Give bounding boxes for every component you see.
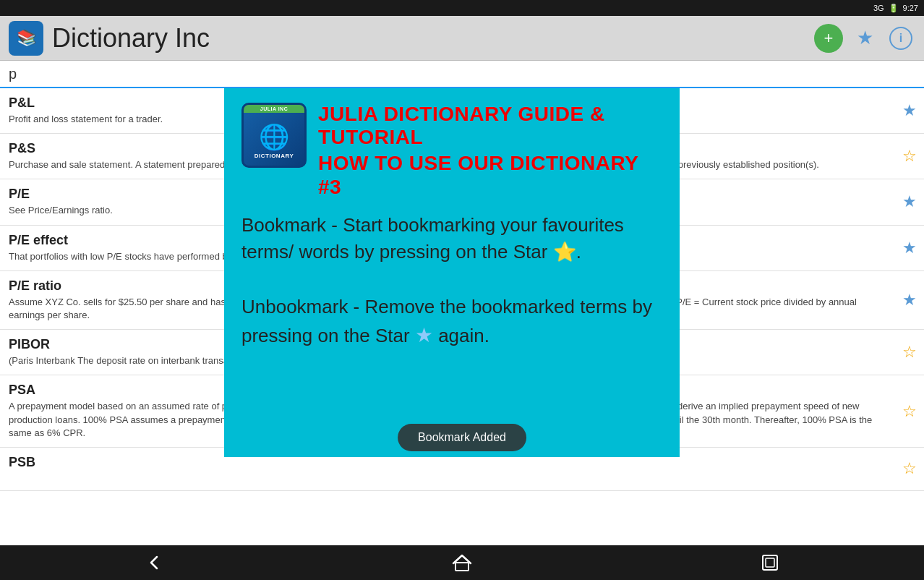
home-icon xyxy=(452,553,472,573)
tutorial-header: JULIA INC 🌐 DICTIONARY JULIA DICTIONARY … xyxy=(241,103,662,199)
app-icon-glyph: 📚 xyxy=(17,29,36,48)
tutorial-period: . xyxy=(576,241,581,263)
app-title: Dictionary Inc xyxy=(52,23,805,54)
bookmark-button[interactable]: ☆ xyxy=(902,343,917,362)
info-icon: i xyxy=(889,27,912,50)
toast-text: Bookmark Added xyxy=(418,431,506,443)
app-icon-badge: JULIA INC xyxy=(244,105,304,113)
term-label: PSB xyxy=(9,455,888,470)
search-bar xyxy=(0,61,924,88)
app-icon-bottom-text: DICTIONARY xyxy=(254,153,294,159)
app-icon: 📚 xyxy=(9,21,43,56)
search-input[interactable] xyxy=(9,66,915,82)
status-bar: 3G 🔋 9:27 xyxy=(0,0,924,16)
bookmark-star-button[interactable]: ★ xyxy=(850,24,879,53)
tutorial-star-filled-emoji: ⭐ xyxy=(553,241,576,263)
time-display: 9:27 xyxy=(903,4,918,12)
svg-rect-2 xyxy=(766,558,774,567)
back-icon xyxy=(144,553,164,573)
home-button[interactable] xyxy=(452,553,472,573)
star-icon: ★ xyxy=(857,27,873,49)
bookmark-button[interactable]: ★ xyxy=(902,291,917,310)
tutorial-app-icon: JULIA INC 🌐 DICTIONARY xyxy=(241,103,307,168)
recent-apps-icon xyxy=(760,553,780,573)
bookmark-button[interactable]: ☆ xyxy=(902,147,917,166)
bottom-nav-bar xyxy=(0,545,924,580)
tutorial-again-text: again. xyxy=(433,325,489,346)
bookmark-button[interactable]: ☆ xyxy=(902,459,917,478)
svg-rect-0 xyxy=(455,563,469,571)
tutorial-title-block: JULIA DICTIONARY GUIDE & TUTORIAL HOW TO… xyxy=(318,103,662,199)
bookmark-button[interactable]: ★ xyxy=(902,192,917,211)
toast-notification: Bookmark Added xyxy=(398,424,526,451)
add-button[interactable]: + xyxy=(814,24,843,53)
info-button[interactable]: i xyxy=(886,24,915,53)
bookmark-button[interactable]: ☆ xyxy=(902,402,917,421)
battery-icon: 🔋 xyxy=(889,4,899,13)
tutorial-title-line2: HOW TO USE OUR DICTIONARY #3 xyxy=(318,152,662,198)
bookmark-button[interactable]: ★ xyxy=(902,239,917,257)
tutorial-overlay: JULIA INC 🌐 DICTIONARY JULIA DICTIONARY … xyxy=(224,88,680,457)
add-icon: + xyxy=(824,29,834,48)
main-content: P&L Profit and loss statement for a trad… xyxy=(0,88,924,545)
signal-icon: 3G xyxy=(873,4,884,12)
svg-rect-1 xyxy=(763,555,777,570)
tutorial-body: Bookmark - Start bookmarking your favour… xyxy=(241,212,662,350)
bookmark-button[interactable]: ★ xyxy=(902,101,917,120)
tutorial-star-blue-emoji: ★ xyxy=(415,324,433,346)
header-bar: 📚 Dictionary Inc + ★ i xyxy=(0,16,924,61)
header-actions: + ★ i xyxy=(814,24,915,53)
recent-apps-button[interactable] xyxy=(760,553,780,573)
app-icon-globe: 🌐 xyxy=(259,122,289,151)
back-button[interactable] xyxy=(144,553,164,573)
tutorial-title-line1: JULIA DICTIONARY GUIDE & TUTORIAL xyxy=(318,103,662,149)
